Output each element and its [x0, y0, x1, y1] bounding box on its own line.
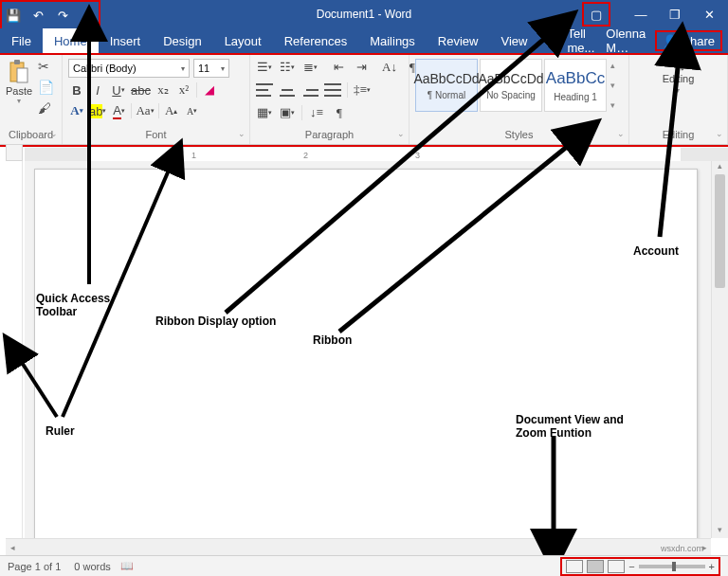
underline-button[interactable]: U▾: [110, 81, 127, 99]
zoom-out-button[interactable]: −: [628, 561, 634, 572]
tab-view[interactable]: View: [489, 28, 538, 53]
print-layout-button[interactable]: [587, 560, 604, 573]
window-title: Document1 - Word: [317, 8, 411, 21]
bold-button[interactable]: B: [68, 81, 85, 99]
copy-icon[interactable]: 📄: [38, 80, 54, 95]
minimize-icon[interactable]: —: [633, 7, 648, 22]
shading-button[interactable]: ▦▾: [256, 104, 273, 121]
tab-mailings[interactable]: Mailings: [358, 28, 427, 53]
close-icon[interactable]: ✕: [701, 7, 717, 22]
ribbon-container: Paste ▾ ✂ 📄 🖌 Clipboard Calibri (Body)▾ …: [0, 53, 728, 147]
increase-indent-button[interactable]: ⇥: [353, 59, 370, 76]
undo-icon[interactable]: ↶: [30, 8, 46, 23]
tab-file[interactable]: File: [0, 28, 43, 53]
ribbon-tabs: File Home Insert Design Layout Reference…: [0, 28, 728, 53]
scroll-thumb-v[interactable]: [715, 174, 725, 288]
font-name-combo[interactable]: Calibri (Body)▾: [68, 59, 190, 78]
restore-icon[interactable]: ❐: [667, 7, 682, 22]
zoom-slider[interactable]: [639, 565, 705, 568]
save-icon[interactable]: 💾: [6, 8, 21, 23]
status-words[interactable]: 0 words: [74, 561, 111, 572]
tab-review[interactable]: Review: [427, 28, 490, 53]
clear-formatting-icon[interactable]: ◢: [201, 81, 218, 99]
view-zoom-controls: − +: [560, 557, 720, 576]
account-name[interactable]: Olenna M…: [606, 27, 647, 55]
zoom-in-button[interactable]: +: [709, 561, 715, 572]
ribbon-display-options-button[interactable]: ▢: [582, 2, 610, 27]
cut-icon[interactable]: ✂: [38, 59, 54, 74]
proofing-icon[interactable]: 📖: [120, 560, 134, 572]
font-size-combo[interactable]: 11▾: [193, 59, 229, 78]
status-page[interactable]: Page 1 of 1: [8, 561, 61, 572]
scroll-up-icon[interactable]: ▴: [712, 161, 728, 174]
tell-me-icon[interactable]: 💡: [544, 33, 559, 48]
grow-font-button[interactable]: A▴: [163, 102, 180, 119]
watermark-text: wsxdn.com: [661, 544, 703, 553]
sort-button[interactable]: A↓: [381, 59, 398, 76]
scroll-left-icon[interactable]: ◂: [6, 539, 19, 555]
web-layout-button[interactable]: [608, 560, 625, 573]
tab-design[interactable]: Design: [152, 28, 212, 53]
group-label-clipboard: Clipboard: [0, 127, 62, 144]
paste-button[interactable]: Paste ▾: [6, 59, 32, 105]
shrink-font-button[interactable]: A▾: [184, 102, 201, 119]
tab-selector-button[interactable]: [6, 144, 23, 161]
share-button[interactable]: 👤 Share: [655, 30, 722, 51]
format-painter-icon[interactable]: 🖌: [38, 100, 54, 116]
style-normal[interactable]: AaBbCcDd ¶ Normal: [415, 59, 478, 112]
styles-scroll-down-icon[interactable]: ▾: [610, 81, 615, 90]
group-label-editing: Editing: [629, 127, 727, 144]
font-color-button[interactable]: A▾: [110, 102, 127, 119]
quick-access-toolbar: 💾 ↶ ↷ ▾: [0, 0, 100, 28]
tab-home[interactable]: Home: [43, 28, 99, 53]
group-editing: 🔍 Editing ▾ Editing: [629, 55, 728, 144]
superscript-button[interactable]: x²: [175, 81, 192, 99]
bullets-button[interactable]: ☰▾: [256, 59, 273, 76]
strikethrough-button[interactable]: abc: [131, 81, 151, 99]
window-controls: ▢ — ❐ ✕: [571, 2, 728, 27]
ribbon: Paste ▾ ✂ 📄 🖌 Clipboard Calibri (Body)▾ …: [0, 55, 728, 145]
borders-button[interactable]: ▣▾: [279, 104, 296, 121]
tab-layout[interactable]: Layout: [213, 28, 273, 53]
group-clipboard: Paste ▾ ✂ 📄 🖌 Clipboard: [0, 55, 63, 144]
highlight-button[interactable]: ab▾: [89, 102, 106, 119]
group-label-font: Font: [63, 127, 249, 144]
numbering-button[interactable]: ☷▾: [279, 59, 296, 76]
multilevel-list-button[interactable]: ≣▾: [301, 59, 318, 76]
style-no-spacing[interactable]: AaBbCcDd No Spacing: [480, 59, 542, 112]
share-label: Share: [682, 34, 715, 48]
align-center-button[interactable]: [279, 83, 296, 97]
vertical-scrollbar[interactable]: ▴ ▾: [711, 161, 728, 538]
styles-gallery[interactable]: AaBbCcDd ¶ Normal AaBbCcDd No Spacing Aa…: [415, 59, 615, 112]
paste-label: Paste: [6, 85, 32, 97]
group-label-paragraph: Paragraph: [250, 127, 409, 144]
read-mode-button[interactable]: [566, 560, 583, 573]
qat-more-icon[interactable]: ▾: [80, 8, 95, 23]
tab-insert[interactable]: Insert: [99, 28, 153, 53]
align-left-button[interactable]: [256, 83, 273, 97]
line-spacing-button[interactable]: ‡≡▾: [354, 81, 371, 99]
decrease-indent-button[interactable]: ⇤: [330, 59, 347, 76]
change-case-button[interactable]: Aa▾: [136, 102, 154, 119]
text-effects-button[interactable]: A▾: [68, 102, 85, 119]
subscript-button[interactable]: x₂: [155, 81, 172, 99]
ribbon-display-icon: ▢: [589, 7, 604, 22]
svg-rect-2: [17, 68, 27, 82]
tab-references[interactable]: References: [273, 28, 358, 53]
vertical-ruler[interactable]: [6, 161, 23, 538]
redo-icon[interactable]: ↷: [55, 8, 70, 23]
tell-me-text[interactable]: Tell me...: [567, 27, 598, 55]
editing-button[interactable]: 🔍 Editing ▾: [663, 59, 695, 95]
document-area[interactable]: [25, 161, 711, 538]
styles-scroll-up-icon[interactable]: ▴: [610, 61, 615, 70]
pilcrow-button[interactable]: ¶: [331, 104, 348, 121]
justify-button[interactable]: [324, 83, 341, 97]
italic-button[interactable]: I: [89, 81, 106, 99]
align-right-button[interactable]: [301, 83, 318, 97]
document-page[interactable]: [34, 169, 698, 538]
styles-expand-icon[interactable]: ▾: [610, 100, 615, 110]
horizontal-scrollbar[interactable]: ◂ ▸: [6, 538, 711, 555]
scroll-down-icon[interactable]: ▾: [712, 525, 728, 538]
sort-button-2[interactable]: ↓≡: [308, 104, 325, 121]
style-heading-1[interactable]: AaBbCc Heading 1: [544, 59, 607, 112]
